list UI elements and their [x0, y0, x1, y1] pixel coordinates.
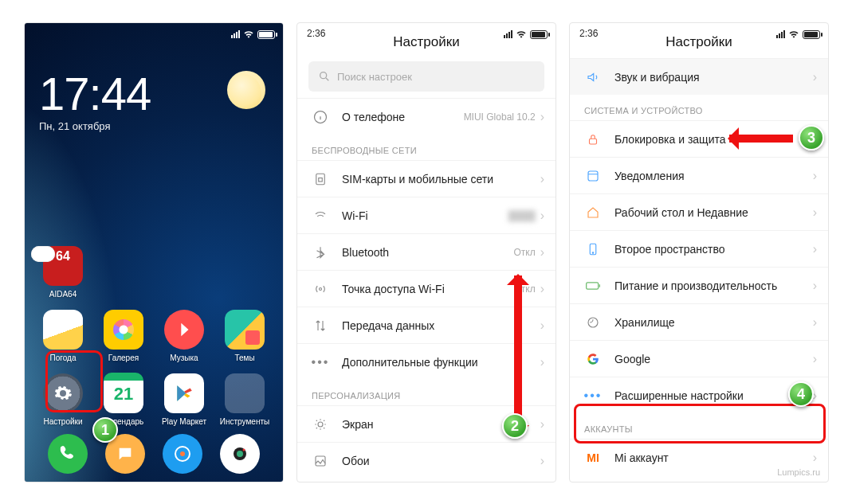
dock-camera[interactable] [213, 434, 267, 474]
tools-folder-icon [225, 373, 265, 413]
google-icon [584, 350, 602, 368]
svg-rect-16 [587, 282, 599, 288]
lock-icon [584, 131, 602, 148]
phone-icon [48, 434, 88, 474]
sim-icon [312, 170, 329, 188]
status-time: 2:36 [579, 28, 598, 39]
svg-point-10 [318, 422, 323, 427]
marker-1: 1 [92, 417, 118, 443]
row-about-phone[interactable]: О телефоне MIUI Global 10.2 › [297, 98, 556, 135]
calendar-icon: 21 [104, 373, 143, 413]
weather-widget[interactable] [227, 71, 265, 109]
app-gallery[interactable]: Галерея [96, 310, 151, 362]
row-google[interactable]: Google› [570, 340, 828, 377]
chevron-right-icon: › [813, 205, 817, 220]
status-bar: 2:36 [297, 23, 556, 45]
svg-rect-13 [588, 171, 598, 181]
row-battery[interactable]: Питание и производительность› [570, 267, 828, 303]
dock-phone[interactable] [41, 434, 95, 474]
play-icon [164, 373, 204, 413]
svg-rect-8 [319, 178, 323, 182]
chevron-right-icon: › [813, 169, 817, 183]
search-placeholder: Поиск настроек [337, 71, 412, 83]
settings-icon [43, 373, 83, 413]
second-space-icon [584, 240, 602, 258]
display-icon [312, 416, 329, 433]
chevron-right-icon: › [540, 282, 544, 296]
chevron-right-icon: › [540, 245, 544, 260]
marker-2: 2 [502, 413, 528, 439]
chevron-right-icon: › [540, 355, 544, 369]
marker-4: 4 [788, 381, 814, 407]
section-wireless: БЕСПРОВОДНЫЕ СЕТИ [297, 135, 556, 160]
watermark: Lumpics.ru [777, 467, 820, 477]
chevron-right-icon: › [813, 242, 817, 256]
scroll-arrow [514, 275, 522, 435]
svg-point-1 [180, 451, 185, 456]
phone-home-screen: 17:44 Пн, 21 октября 64 AIDA64 Погода Га… [24, 22, 284, 483]
app-grid: 64 AIDA64 Погода Галерея Музыка Темы [25, 235, 283, 426]
bluetooth-icon [312, 244, 329, 261]
chevron-right-icon: › [540, 110, 544, 124]
pointer-arrow [729, 135, 793, 143]
phone-settings-top: 2:36 Настройки Поиск настроек О телефоне… [296, 22, 556, 483]
storage-icon [584, 314, 602, 331]
section-system: СИСТЕМА И УСТРОЙСТВО [570, 95, 828, 120]
more-icon: ••• [312, 354, 329, 371]
row-sound[interactable]: Звук и вибрация› [570, 58, 828, 95]
svg-rect-7 [316, 174, 325, 185]
row-second-space[interactable]: Второе пространство› [570, 230, 828, 267]
status-bar [25, 23, 283, 45]
phone-settings-scrolled: 2:36 Настройки Звук и вибрация› СИСТЕМА … [569, 22, 829, 483]
camera-icon [220, 434, 260, 474]
app-tools[interactable]: Инструменты [218, 373, 272, 426]
svg-point-15 [592, 252, 594, 253]
browser-icon [163, 434, 202, 474]
battery-icon [257, 30, 275, 39]
battery-row-icon [584, 277, 602, 295]
chevron-right-icon: › [813, 315, 817, 330]
home-clock[interactable]: 17:44 Пн, 21 октября [39, 71, 151, 132]
advanced-icon: ••• [584, 387, 602, 404]
weather-icon [43, 310, 83, 350]
dock-browser[interactable] [155, 434, 210, 474]
dock [25, 434, 283, 474]
signal-icon [231, 30, 240, 38]
app-music[interactable]: Музыка [157, 310, 211, 362]
hotspot-icon [312, 280, 329, 298]
themes-icon [225, 310, 265, 350]
app-settings[interactable]: Настройки [36, 373, 90, 426]
marker-3: 3 [799, 125, 824, 150]
row-wifi[interactable]: Wi-Fi ████ › [297, 197, 556, 233]
app-play-market[interactable]: Play Маркет [157, 373, 211, 426]
chevron-right-icon: › [540, 318, 544, 333]
app-label: AIDA64 [49, 290, 77, 299]
row-home[interactable]: Рабочий стол и Недавние› [570, 193, 828, 230]
signal-icon [776, 30, 785, 38]
chevron-right-icon: › [813, 451, 817, 465]
app-themes[interactable]: Темы [218, 310, 272, 362]
wifi-row-icon [312, 207, 329, 225]
row-storage[interactable]: Хранилище› [570, 303, 828, 340]
svg-rect-12 [590, 139, 597, 144]
app-weather[interactable]: Погода [36, 310, 90, 362]
wifi-icon [243, 29, 254, 40]
about-icon [312, 108, 329, 126]
chevron-right-icon: › [540, 417, 544, 432]
chevron-right-icon: › [813, 352, 817, 366]
search-input[interactable]: Поиск настроек [308, 61, 544, 92]
svg-point-17 [588, 318, 598, 327]
notifications-icon [584, 167, 602, 185]
search-icon [318, 70, 331, 83]
row-sim[interactable]: SIM-карты и мобильные сети› [297, 160, 556, 197]
sound-icon [584, 68, 602, 86]
battery-icon [803, 30, 820, 39]
status-bar: 2:36 [570, 23, 828, 45]
home-icon [584, 204, 602, 221]
battery-icon [530, 30, 548, 39]
gallery-icon [104, 310, 143, 350]
row-notifications[interactable]: Уведомления› [570, 157, 828, 193]
clock-time: 17:44 [39, 71, 151, 117]
chevron-right-icon: › [540, 454, 544, 468]
svg-point-9 [320, 287, 322, 290]
